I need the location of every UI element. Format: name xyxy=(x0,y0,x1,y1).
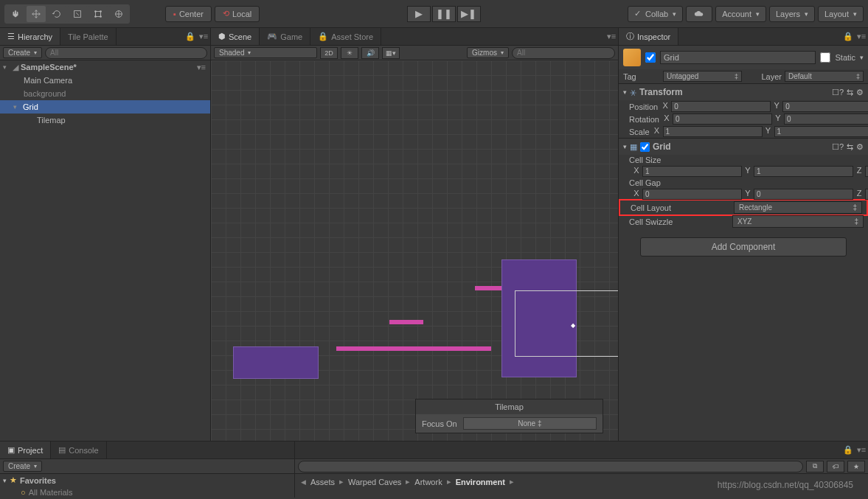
tab-console[interactable]: ▤ Console xyxy=(51,442,106,458)
local-global-toggle[interactable]: ⟲Local xyxy=(215,6,260,22)
rotate-tool[interactable] xyxy=(47,6,66,22)
project-create-dropdown[interactable]: Create xyxy=(3,461,42,472)
position-x-input[interactable] xyxy=(671,101,771,112)
layout-dropdown[interactable]: Layout xyxy=(818,6,864,22)
grid-foldout[interactable]: ▾ xyxy=(623,143,627,150)
scene-viewport[interactable]: ◆ Tilemap Focus On None ‡ xyxy=(211,60,618,441)
star-icon[interactable]: ★ xyxy=(847,461,865,472)
all-materials-row[interactable]: ○ All Materials xyxy=(0,486,294,498)
breadcrumb-item[interactable]: Artwork xyxy=(414,478,442,486)
step-button[interactable]: ▶❚ xyxy=(457,6,481,22)
cell-layout-select[interactable]: Rectangle xyxy=(734,201,862,214)
scale-x-input[interactable] xyxy=(663,126,763,137)
hierarchy-search-input[interactable] xyxy=(45,47,207,59)
collab-dropdown[interactable]: ✓ Collab xyxy=(628,6,683,22)
audio-toggle[interactable]: 🔊 xyxy=(361,47,379,59)
cellgap-y-input[interactable] xyxy=(754,189,853,200)
focus-on-select[interactable]: None ‡ xyxy=(463,417,597,430)
tab-game[interactable]: 🎮 Game xyxy=(260,28,310,45)
hierarchy-item[interactable]: Main Camera xyxy=(0,74,210,87)
transform-icon: ⚹ xyxy=(630,88,636,97)
add-component-button[interactable]: Add Component xyxy=(640,237,847,257)
favorites-row[interactable]: ▾★ Favorites xyxy=(0,474,294,486)
transform-foldout[interactable]: ▾ xyxy=(623,88,627,96)
rotation-x-input[interactable] xyxy=(673,114,772,125)
tag-select[interactable]: Untagged xyxy=(663,71,742,82)
breadcrumb-item[interactable]: Assets xyxy=(310,478,335,486)
transform-title: Transform xyxy=(639,87,829,97)
cellgap-z-input[interactable] xyxy=(865,189,868,200)
filter-icon[interactable]: ⧉ xyxy=(806,461,824,472)
breadcrumb-current[interactable]: Environment xyxy=(456,478,505,486)
preset-icon[interactable]: ⇆ xyxy=(847,142,853,152)
hierarchy-create-dropdown[interactable]: Create xyxy=(3,47,42,58)
lighting-toggle[interactable]: ☀ xyxy=(341,47,358,59)
scene-gizmo-icon: ◆ xyxy=(571,322,575,329)
object-active-checkbox[interactable] xyxy=(645,52,656,63)
inspector-menu-icon[interactable]: ▾≡ xyxy=(855,28,868,45)
tab-project[interactable]: ▣ Project xyxy=(0,442,51,458)
grid-component: ▾ ▦ Grid ☐?⇆⚙ Cell Size X Y Z Cell Gap xyxy=(619,138,868,228)
svg-point-3 xyxy=(100,10,102,13)
grid-enabled-checkbox[interactable] xyxy=(640,142,650,152)
pause-button[interactable]: ❚❚ xyxy=(432,6,456,22)
cloud-button[interactable] xyxy=(686,6,712,22)
shading-mode-dropdown[interactable]: Shaded xyxy=(214,47,317,58)
label-icon[interactable]: 🏷 xyxy=(827,461,844,472)
svg-point-4 xyxy=(94,15,97,18)
gear-icon[interactable]: ⚙ xyxy=(856,142,864,152)
static-dropdown-icon[interactable]: ▾ xyxy=(860,54,864,61)
scale-tool[interactable] xyxy=(68,6,87,22)
hierarchy-item[interactable]: Tilemap xyxy=(0,114,210,127)
effects-toggle[interactable]: ▦▾ xyxy=(382,47,400,59)
hierarchy-menu-icon[interactable]: ▾≡ xyxy=(197,28,210,45)
help-icon[interactable]: ☐? xyxy=(832,88,844,97)
layer-select[interactable]: Default xyxy=(785,71,864,82)
cellgap-x-input[interactable] xyxy=(642,189,742,200)
2d-toggle[interactable]: 2D xyxy=(320,47,338,59)
project-search-input[interactable] xyxy=(298,461,803,472)
scale-y-input[interactable] xyxy=(774,126,868,137)
tab-hierarchy[interactable]: ☰ Hierarchy xyxy=(0,28,60,45)
project-lock-icon[interactable]: 🔒 xyxy=(841,442,855,458)
gear-icon[interactable]: ⚙ xyxy=(856,88,864,97)
hierarchy-scene-row[interactable]: ▾◢ SampleScene*▾≡ xyxy=(0,60,210,74)
account-dropdown[interactable]: Account xyxy=(715,6,766,22)
rotation-y-input[interactable] xyxy=(784,114,868,125)
breadcrumb-item[interactable]: Warped Caves xyxy=(348,478,401,486)
main-area: ☰ Hierarchy Tile Palette 🔒 ▾≡ Create ▾◢ … xyxy=(0,28,868,441)
transform-tools xyxy=(4,4,130,24)
object-icon[interactable] xyxy=(623,49,641,66)
hierarchy-lock-icon[interactable]: 🔒 xyxy=(184,28,197,45)
play-controls: ▶ ❚❚ ▶❚ xyxy=(407,6,481,22)
tab-tile-palette[interactable]: Tile Palette xyxy=(60,28,117,45)
play-button[interactable]: ▶ xyxy=(407,6,431,22)
hierarchy-item-selected[interactable]: ▾Grid xyxy=(0,100,210,114)
gizmos-dropdown[interactable]: Gizmos xyxy=(467,47,509,58)
project-menu-icon[interactable]: ▾≡ xyxy=(855,442,868,458)
position-y-input[interactable] xyxy=(782,101,868,112)
help-icon[interactable]: ☐? xyxy=(832,142,844,152)
tab-asset-store[interactable]: 🔒 Asset Store xyxy=(310,28,381,45)
move-tool[interactable] xyxy=(27,6,46,22)
scene-menu-icon[interactable]: ▾≡ xyxy=(605,28,618,45)
tab-scene[interactable]: ⬢ Scene xyxy=(211,28,260,45)
cellsize-y-input[interactable] xyxy=(754,166,853,177)
hierarchy-item[interactable]: background xyxy=(0,87,210,100)
inspector-lock-icon[interactable]: 🔒 xyxy=(841,28,855,45)
tilemap-overlay: Tilemap Focus On None ‡ xyxy=(415,399,603,433)
rect-tool[interactable] xyxy=(88,6,108,22)
scale-label: Scale xyxy=(629,128,650,136)
tab-inspector[interactable]: ⓘ Inspector xyxy=(619,28,678,45)
object-name-input[interactable] xyxy=(660,51,816,64)
transform-tool[interactable] xyxy=(109,6,128,22)
layers-dropdown[interactable]: Layers xyxy=(769,6,815,22)
cellsize-z-input[interactable] xyxy=(865,166,868,177)
static-checkbox[interactable] xyxy=(820,52,830,63)
scene-search-input[interactable] xyxy=(512,47,615,59)
pivot-center-toggle[interactable]: ▪Center xyxy=(165,6,212,22)
hand-tool[interactable] xyxy=(6,6,25,22)
cellsize-x-input[interactable] xyxy=(642,166,742,177)
cell-swizzle-select[interactable]: XYZ xyxy=(732,215,864,228)
preset-icon[interactable]: ⇆ xyxy=(847,88,853,97)
